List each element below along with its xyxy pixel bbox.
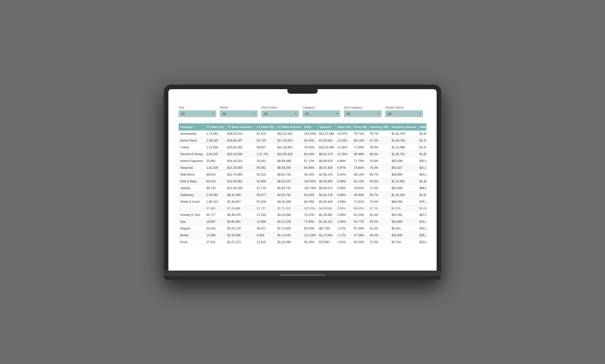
cell-tySalesAmount: $3,80,461	[226, 218, 255, 225]
cell-inventoryGM: 74.4%	[368, 198, 390, 205]
cell-lySalesAmount: $14,22,432	[276, 130, 302, 137]
cell-category: Jewelry	[179, 185, 205, 191]
col-header-lySalesQty[interactable]: LY Sales Qty	[255, 123, 276, 130]
cell-grPct: 71.90%	[302, 218, 317, 225]
cell-inventoryGM: 78.7%	[368, 130, 390, 137]
category-filter-label: Category	[302, 106, 340, 109]
cell-inventoryAmount: $5,501	[390, 225, 418, 232]
col-header-inventoryGM[interactable]: Inventory GM	[368, 123, 390, 130]
cell-category: Seasonal	[179, 164, 205, 171]
cell-lySalesQty: 27,245	[255, 211, 276, 218]
cell-category: Shells & Coral	[179, 198, 205, 205]
laptop-frame: YearAllMonthAllStore NameAllCategoryAllS…	[164, 85, 441, 280]
store-filter[interactable]: All	[261, 110, 299, 117]
table-row: Home Fragrance33,991$14,18,31420,641$8,4…	[179, 157, 427, 164]
cell-category: Home Fragrance	[179, 157, 205, 164]
cell-tySalesAmount: $5,48,478	[226, 211, 255, 218]
cell-ams: $1,63,487	[418, 191, 427, 198]
col-header-ams[interactable]: AMS	[418, 123, 427, 130]
cell-tySalesAmount: $7,40,657	[226, 198, 255, 205]
cell-tySalesQty: 1,39,265	[205, 137, 226, 144]
cell-inventoryAmount: $53,399	[390, 157, 418, 164]
cell-ams: $21,845	[418, 164, 427, 171]
col-header-priceGM[interactable]: Price GM	[352, 123, 368, 130]
cell-lySalesAmount: $2,71,319	[276, 205, 302, 211]
cell-priceGM: 73.60%	[352, 164, 368, 171]
table-row: Novelty & Toys45,717$5,48,47827,245$3,18…	[179, 211, 427, 218]
store-filter-label: Store Name	[261, 106, 299, 109]
cell-category	[179, 205, 205, 211]
cell-salesCtrl: 11.46%	[336, 144, 352, 151]
table-row: Wall Decor66,615$12,78,86452,515$9,82,72…	[179, 171, 427, 178]
col-header-tySalesQty[interactable]: TY Sales Qty	[205, 123, 226, 130]
cell-grPct: 91.03%	[302, 191, 317, 198]
cell-inventoryAmount: $1,20,432	[390, 191, 418, 198]
filters-row: YearAllMonthAllStore NameAllCategoryAllS…	[178, 106, 427, 117]
category-filter[interactable]: All	[302, 110, 340, 117]
cell-inventoryGM: 62.6%	[368, 178, 390, 185]
col-header-variance[interactable]: Variance	[318, 123, 336, 130]
table-row: Kitchen & Dining2,04,205$22,18,5061,27,7…	[179, 151, 427, 157]
cell-lySalesQty: 80,677	[255, 191, 276, 198]
cell-tySalesQty: 84,023	[205, 178, 226, 185]
cell-tySalesAmount: $7,26,888	[226, 205, 255, 211]
cell-lySalesAmount: $5,69,731	[276, 185, 302, 191]
cell-lySalesAmount: $2,21,329	[276, 218, 302, 225]
cell-inventoryAmount: $49,306	[390, 198, 418, 205]
cell-inventoryGM: 77.2%	[368, 185, 390, 191]
cell-salesCtrl: 1.17%	[336, 232, 352, 239]
cell-grPct: 60.14%	[302, 151, 317, 157]
cell-salesCtrl: 1.85%	[336, 218, 352, 225]
table-row: Linens1,13,554$23,62,39158,007$13,38,901…	[179, 144, 427, 151]
cell-priceGM: 79.71%	[352, 130, 368, 137]
vendor-filter[interactable]: All	[385, 110, 423, 117]
table-row: Spa18,687$3,80,46112,569$2,21,32971.90%$…	[179, 218, 427, 225]
table-row: Magnet44,420$2,61,27830,471$1,73,92850.2…	[179, 225, 427, 232]
cell-tySalesAmount: $28,59,514	[226, 130, 255, 137]
year-filter[interactable]: All	[178, 110, 216, 117]
cell-grPct: 72.21%	[302, 211, 317, 218]
cell-ams: $20,098	[418, 239, 427, 244]
cell-grPct: 102.78%	[302, 185, 317, 191]
cell-lySalesQty: 42,950	[255, 178, 276, 185]
cell-salesCtrl: 10.76%	[336, 151, 352, 157]
table-row: Jewelry89,733$11,55,30547,775$5,69,73110…	[179, 185, 427, 191]
table-row: Shells & Coral1,65,315$7,40,65797,026$4,…	[179, 198, 427, 205]
col-header-tySalesAmount[interactable]: TY Sales Amount▼	[226, 123, 255, 130]
cell-grPct: 64.86%	[302, 164, 317, 171]
cell-inventoryAmount: $32,683	[390, 218, 418, 225]
data-table-container[interactable]: CategoryTY Sales QtyTY Sales Amount▼LY S…	[178, 123, 427, 244]
col-header-grPct[interactable]: GR%	[302, 123, 317, 130]
cell-salesCtrl: 12.03%	[336, 137, 352, 144]
cell-tySalesQty: 33,991	[205, 157, 226, 164]
cell-priceGM: 54.77%	[352, 218, 368, 225]
cell-inventoryGM: 67.7%	[368, 205, 390, 211]
cell-inventoryAmount: $1,976	[390, 205, 418, 211]
month-filter[interactable]: All	[220, 110, 258, 117]
col-header-lySalesAmount[interactable]: LY Sales Amount	[276, 123, 302, 130]
cell-tySalesQty: 2,04,205	[205, 151, 226, 157]
col-header-inventoryAmount[interactable]: Inventory Amount	[390, 123, 418, 130]
col-header-category[interactable]: Category	[179, 123, 205, 130]
cell-category: Magnet	[179, 225, 205, 232]
cell-tySalesAmount: $12,78,864	[226, 171, 255, 178]
category-filter-group: CategoryAll	[302, 106, 340, 117]
cell-priceGM: 79.82%	[352, 185, 368, 191]
cell-grPct: 111.54%	[302, 232, 317, 239]
cell-salesCtrl: 3.59%	[336, 198, 352, 205]
sales-table: CategoryTY Sales QtyTY Sales Amount▼LY S…	[179, 123, 427, 244]
cell-inventoryAmount: $1,48,780	[390, 137, 418, 144]
cell-inventoryAmount: $52,508	[390, 185, 418, 191]
cell-lySalesQty: 93,710	[255, 137, 276, 144]
cell-inventoryGM: 49.2%	[368, 232, 390, 239]
cell-variance: $4,01,178	[318, 191, 336, 198]
subcategory-filter[interactable]: All	[344, 110, 382, 117]
header-row: CategoryTY Sales QtyTY Sales Amount▼LY S…	[179, 123, 427, 130]
cell-tySalesQty: 18,687	[205, 218, 226, 225]
table-row: Home Decor1,39,265$24,80,49793,710$17,29…	[179, 137, 427, 144]
cell-lySalesAmount: $4,36,208	[276, 198, 302, 205]
cell-grPct: 102.55%	[302, 178, 317, 185]
cell-salesCtrl: 4.08%	[336, 191, 352, 198]
col-header-salesCtrl[interactable]: Sales Ctrl	[336, 123, 352, 130]
cell-priceGM: 71.81%	[352, 198, 368, 205]
